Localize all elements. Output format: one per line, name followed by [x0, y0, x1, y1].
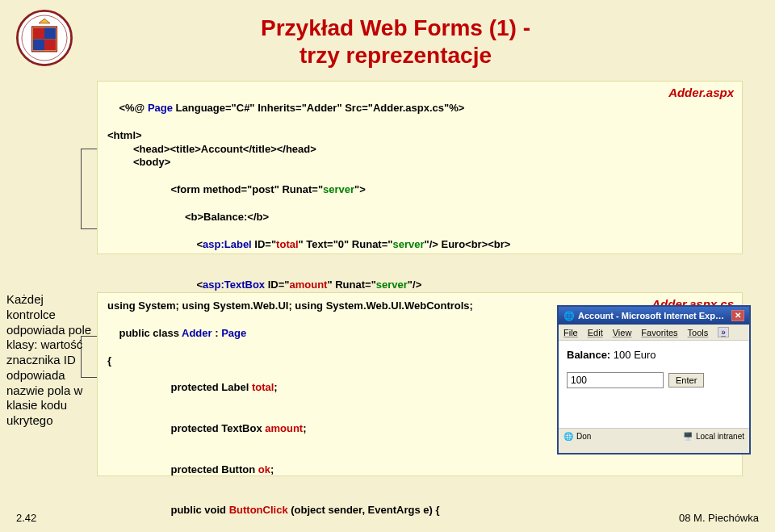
- menu-edit[interactable]: Edit: [588, 328, 603, 337]
- balance-value: 100 Euro: [614, 349, 656, 361]
- browser-window: 🌐 Account - Microsoft Internet Exp… ✕ Fi…: [557, 305, 751, 455]
- menu-more-icon[interactable]: »: [718, 327, 729, 337]
- enter-button[interactable]: Enter: [668, 373, 704, 387]
- amount-input[interactable]: [567, 372, 664, 388]
- connector-bracket-1: [81, 149, 98, 229]
- close-icon[interactable]: ✕: [731, 310, 744, 321]
- svg-rect-5: [44, 27, 56, 39]
- page-icon: 🌐: [563, 432, 573, 441]
- browser-menu: File Edit View Favorites Tools »: [559, 325, 749, 341]
- filename-label: Adder.aspx: [668, 85, 734, 101]
- browser-statusbar: 🌐 Don 🖥️ Local intranet: [559, 428, 749, 444]
- intranet-icon: 🖥️: [683, 432, 693, 441]
- window-title: Account - Microsoft Internet Exp…: [578, 311, 724, 320]
- menu-tools[interactable]: Tools: [688, 328, 709, 337]
- browser-titlebar: 🌐 Account - Microsoft Internet Exp… ✕: [559, 307, 749, 325]
- menu-file[interactable]: File: [563, 328, 578, 337]
- title-line2: trzy reprezentacje: [97, 42, 694, 69]
- balance-label: Balance:: [567, 349, 610, 361]
- university-logo: [16, 10, 73, 66]
- slide-title: Przykład Web Forms (1) - trzy reprezenta…: [97, 15, 694, 69]
- svg-rect-6: [33, 39, 44, 50]
- slide-author: 08 M. Piechówka: [679, 512, 759, 524]
- svg-rect-4: [44, 39, 56, 50]
- menu-view[interactable]: View: [613, 328, 632, 337]
- ie-icon: 🌐: [563, 311, 575, 321]
- title-line1: Przykład Web Forms (1) -: [97, 15, 694, 42]
- status-left: Don: [576, 432, 591, 441]
- code-panel-aspx: Adder.aspx <%@ Page Language="C#" Inheri…: [97, 81, 743, 254]
- browser-content: Balance: 100 Euro Enter: [559, 341, 749, 428]
- side-note: Każdej kontrolce odpowiada pole klasy: w…: [6, 292, 94, 429]
- svg-rect-3: [33, 27, 44, 39]
- status-right: Local intranet: [696, 432, 744, 441]
- menu-favorites[interactable]: Favorites: [641, 328, 677, 337]
- slide-number: 2.42: [16, 512, 36, 524]
